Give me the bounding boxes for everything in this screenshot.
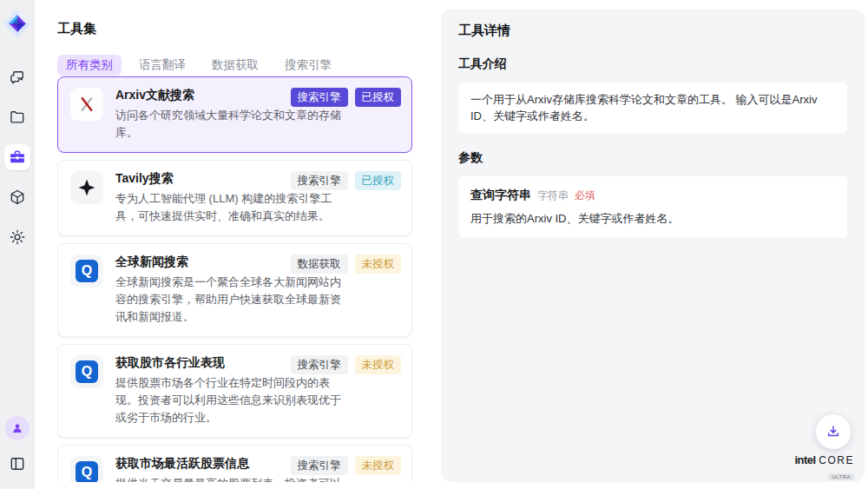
juhe-icon: Q [76, 360, 98, 383]
tool-card[interactable]: Arxiv文献搜索 访问各个研究领域大量科学论文和文章的存储库。 搜索引擎 已授… [57, 76, 412, 153]
core-wordmark: CORE [819, 454, 854, 466]
category-tab[interactable]: 数据获取 [203, 55, 267, 76]
params-list: 查询字符串 字符串 必填 用于搜索的Arxiv ID、关键字或作者姓名。 [458, 176, 847, 238]
tool-card[interactable]: Q 获取市场最活跃股票信息 提供当天交易量最高的股票列表，投资者可以利用这些信息… [57, 445, 412, 482]
user-icon [10, 421, 24, 435]
download-icon [825, 424, 841, 439]
tool-category-badge: 搜索引擎 [291, 355, 348, 374]
tool-card[interactable]: Q 获取股市各行业表现 提供股票市场各个行业在特定时间段内的表现。投资者可以利用… [57, 344, 412, 438]
nav-files-icon[interactable] [4, 104, 30, 130]
parameter-card: 查询字符串 字符串 必填 用于搜索的Arxiv ID、关键字或作者姓名。 [458, 176, 847, 238]
tool-icon: Q [70, 254, 103, 287]
tool-category-badge: 数据获取 [291, 254, 348, 274]
intel-wordmark: intel [794, 453, 815, 466]
tool-card[interactable]: Tavily搜索 专为人工智能代理 (LLM) 构建的搜索引擎工具，可快速提供实… [57, 160, 412, 236]
tool-icon: Q [70, 355, 103, 388]
tool-category-badge: 搜索引擎 [291, 456, 348, 475]
nav-cube-icon[interactable] [4, 184, 30, 210]
intro-card: 一个用于从Arxiv存储库搜索科学论文和文章的工具。 输入可以是Arxiv ID… [458, 83, 847, 133]
tool-description: 提供当天交易量最高的股票列表，投资者可以利用这些信息来识别流动性强的股票和潜在的… [115, 475, 346, 482]
tool-description: 专为人工智能代理 (LLM) 构建的搜索引擎工具，可快速提供实时、准确和真实的结… [115, 190, 346, 225]
tool-icon [70, 88, 103, 121]
app-logo-icon[interactable] [3, 9, 32, 38]
intel-ultra-badge: ULTRA [828, 473, 854, 480]
parameter-name: 查询字符串 [470, 188, 531, 203]
parameter-required-badge: 必填 [575, 188, 595, 203]
tools-panel-title: 工具集 [35, 0, 441, 37]
tool-auth-badge: 未授权 [355, 456, 402, 475]
tool-category-badge: 搜索引擎 [291, 88, 348, 107]
tool-description: 访问各个研究领域大量科学论文和文章的存储库。 [115, 107, 346, 142]
user-avatar[interactable] [5, 416, 30, 440]
left-rail [0, 0, 35, 489]
tool-card[interactable]: Q 全球新闻搜索 全球新闻搜索是一个聚合全球各大新闻网站内容的搜索引擎，帮助用户… [57, 243, 412, 337]
tool-description: 提供股票市场各个行业在特定时间段内的表现。投资者可以利用这些信息来识别表现优于或… [115, 374, 346, 426]
nav-settings-icon[interactable] [4, 224, 30, 250]
category-tab[interactable]: 所有类别 [57, 55, 122, 76]
params-heading: 参数 [458, 150, 847, 166]
nav-chat-icon[interactable] [4, 64, 30, 90]
tool-category-badge: 搜索引擎 [291, 171, 348, 190]
parameter-type: 字符串 [537, 188, 569, 203]
juhe-icon: Q [76, 461, 98, 482]
juhe-icon: Q [76, 260, 98, 282]
tool-details-panel: 工具详情 工具介绍 一个用于从Arxiv存储库搜索科学论文和文章的工具。 输入可… [441, 9, 865, 482]
tool-description: 全球新闻搜索是一个聚合全球各大新闻网站内容的搜索引擎，帮助用户快速获取全球最新资… [115, 274, 346, 326]
parameter-description: 用于搜索的Arxiv ID、关键字或作者姓名。 [470, 211, 835, 227]
category-tab[interactable]: 搜索引擎 [276, 55, 340, 76]
intro-heading: 工具介绍 [458, 56, 847, 72]
tool-auth-badge: 未授权 [355, 355, 402, 374]
tool-icon: Q [70, 456, 103, 482]
category-tab[interactable]: 语言翻译 [130, 55, 194, 76]
nav-toolbox-icon[interactable] [4, 144, 30, 170]
tool-auth-badge: 已授权 [355, 88, 402, 107]
download-button[interactable] [816, 414, 851, 449]
details-title: 工具详情 [458, 23, 847, 39]
tool-list: Arxiv文献搜索 访问各个研究领域大量科学论文和文章的存储库。 搜索引擎 已授… [57, 76, 412, 482]
intel-core-logo: intel CORE ULTRA [794, 453, 854, 482]
tools-panel: 工具集 所有类别语言翻译数据获取搜索引擎 Arxiv文献搜索 访问各个研究领域大… [35, 0, 441, 489]
tool-auth-badge: 已授权 [355, 171, 402, 190]
tool-icon [70, 171, 103, 204]
category-tabs: 所有类别语言翻译数据获取搜索引擎 [35, 37, 441, 76]
tool-auth-badge: 未授权 [355, 254, 402, 274]
nav-panels-icon[interactable] [4, 451, 30, 477]
